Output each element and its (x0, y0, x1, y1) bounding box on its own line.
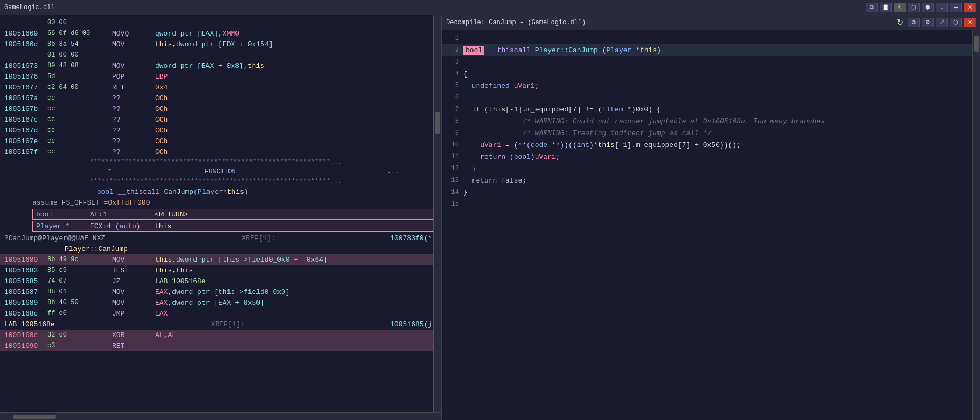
disasm-main-line[interactable]: 10051687 8b 01 MOV EAX,dword ptr [this->… (0, 286, 441, 297)
scroll-thumb-vertical[interactable] (435, 112, 440, 134)
disasm-line: 00 00 (0, 17, 441, 28)
decompile-content[interactable]: 1 2 bool __thiscall Player::CanJump (Pla… (442, 30, 972, 420)
decomp-line-3: 3 (442, 56, 972, 68)
bool-keyword: bool (463, 46, 484, 55)
close2-btn[interactable]: ✕ (964, 18, 976, 27)
vertical-scrollbar-left[interactable] (433, 15, 441, 412)
param-box-return: bool AL:1 <RETURN> (32, 209, 436, 220)
disasm-line[interactable]: 1005167d cc ?? CCh (0, 125, 441, 136)
right-decompile-panel: Decompile: CanJump - (GameLogic.dll) ↻ ⧉… (442, 15, 980, 420)
disasm-line[interactable]: 10051677 c2 04 00 RET 0x4 (0, 82, 441, 93)
copy-icon-btn[interactable]: ⧉ (866, 3, 878, 12)
decomp-line-9: 9 /* WARNING: Treating indirect jump as … (442, 127, 972, 139)
param-box-this: Player * ECX:4 (auto) this (32, 221, 436, 232)
decomp-line-11: 11 return (bool)uVar1; (442, 151, 972, 163)
title-left: GameLogic.dll (4, 4, 55, 11)
section-separator-top: ****************************************… (0, 157, 441, 167)
disasm-content[interactable]: 00 00 10051669 66 0f d6 00 MOVQ qword pt… (0, 15, 441, 412)
decomp-line-14: 14 } (442, 186, 972, 198)
decomp-line-13: 13 return false; (442, 174, 972, 186)
lab-line: LAB_1005168e XREF[1]: 10051685(j) (0, 319, 441, 330)
refresh-icon-btn[interactable]: ↻ (894, 18, 906, 27)
xref-line: ?CanJump@Player@@UAE_NXZ XREF[1]: 100783… (0, 233, 441, 243)
app-title: GameLogic.dll (4, 4, 55, 11)
view-icon-btn[interactable]: ☰ (950, 3, 962, 12)
right-scrollbar[interactable] (972, 30, 980, 420)
title-icons: ⧉ 📋 ↖ ⬡ ⬢ ⤓ ☰ ✕ (866, 3, 976, 12)
paste-icon-btn[interactable]: 📋 (880, 3, 892, 12)
settings2-icon-btn[interactable]: ⚙ (922, 18, 934, 27)
section-function-label: * FUNCTION ... (0, 167, 441, 177)
disasm-line[interactable]: 1005167f cc ?? CCh (0, 146, 441, 157)
float-icon-btn[interactable]: ⬡ (950, 18, 962, 27)
left-disasm-panel: 00 00 10051669 66 0f d6 00 MOVQ qword pt… (0, 15, 442, 420)
disasm-line[interactable]: 1005166d 8b 8a 54 MOV this,dword ptr [ED… (0, 39, 441, 50)
section-separator-bottom: ****************************************… (0, 177, 441, 186)
decomp-line-1: 1 (442, 32, 972, 44)
right-title-bar: Decompile: CanJump - (GameLogic.dll) ↻ ⧉… (442, 15, 980, 30)
right-title-icons: ↻ ⧉ ⚙ ⤢ ⬡ ✕ (894, 18, 976, 27)
scroll-thumb[interactable] (13, 415, 56, 419)
disasm-line[interactable]: 1005167c cc ?? CCh (0, 114, 441, 125)
assume-line: assume FS_OFFSET = 0xffdff000 (0, 197, 441, 208)
disasm-final-line[interactable]: 1005168e 32 c0 XOR AL,AL (0, 330, 441, 340)
resize2-icon-btn[interactable]: ⤢ (936, 18, 948, 27)
disasm-line[interactable]: 1005167b cc ?? CCh (0, 103, 441, 114)
disasm-main-line[interactable]: 10051680 8b 49 9c MOV this,dword ptr [th… (0, 254, 441, 265)
right-scroll-thumb[interactable] (974, 36, 979, 52)
disasm-line: 01 00 00 (0, 50, 441, 60)
func-signature: bool __thiscall CanJump(Player * this) (0, 186, 441, 197)
decomp-line-4: 4 { (442, 68, 972, 80)
disasm-main-line[interactable]: 10051689 8b 40 50 MOV EAX,dword ptr [EAX… (0, 297, 441, 308)
disasm-line[interactable]: 10051673 89 48 08 MOV dword ptr [EAX + 0… (0, 60, 441, 71)
decompile-title: Decompile: CanJump - (GameLogic.dll) (446, 19, 586, 26)
hex-icon-btn[interactable]: ⬢ (922, 3, 934, 12)
graph-icon-btn[interactable]: ⬡ (908, 3, 920, 12)
disasm-final-line[interactable]: 10051690 c3 RET (0, 340, 441, 351)
disasm-line[interactable]: 1005167e cc ?? CCh (0, 136, 441, 146)
disasm-line[interactable]: 10051676 5d POP EBP (0, 71, 441, 82)
disasm-main-line[interactable]: 10051685 74 07 JZ LAB_1005168e (0, 276, 441, 286)
decomp-line-15: 15 (442, 198, 972, 210)
decomp-line-2[interactable]: 2 bool __thiscall Player::CanJump (Playe… (442, 44, 972, 56)
decomp-line-8: 8 /* WARNING: Could not recover jumptabl… (442, 115, 972, 127)
disasm-main-line[interactable]: 10051683 85 c9 TEST this,this (0, 265, 441, 276)
main-content: 00 00 10051669 66 0f d6 00 MOVQ qword pt… (0, 15, 980, 420)
decomp-line-10: 10 uVar1 = (**(code **))((int)*this[-1].… (442, 139, 972, 151)
decomp-line-6: 6 (442, 92, 972, 103)
copy2-icon-btn[interactable]: ⧉ (908, 18, 920, 27)
decomp-line-5: 5 undefined uVar1; (442, 80, 972, 92)
title-bar: GameLogic.dll ⧉ 📋 ↖ ⬡ ⬢ ⤓ ☰ ✕ (0, 0, 980, 15)
decomp-line-7: 7 if (this[-1].m_equipped[7] != (IItem *… (442, 103, 972, 115)
decomp-line-12: 12 } (442, 163, 972, 174)
disasm-line[interactable]: 1005167a cc ?? CCh (0, 93, 441, 103)
disasm-line[interactable]: 10051669 66 0f d6 00 MOVQ qword ptr [EAX… (0, 28, 441, 39)
func-name-line: Player::CanJump (0, 243, 441, 254)
cursor-icon-btn[interactable]: ↖ (894, 3, 906, 12)
close-btn[interactable]: ✕ (964, 3, 976, 12)
bottom-scrollbar[interactable] (0, 412, 441, 420)
right-scroll-area: 1 2 bool __thiscall Player::CanJump (Pla… (442, 30, 980, 420)
disasm-main-line[interactable]: 1005168c ff e0 JMP EAX (0, 308, 441, 319)
export-icon-btn[interactable]: ⤓ (936, 3, 948, 12)
